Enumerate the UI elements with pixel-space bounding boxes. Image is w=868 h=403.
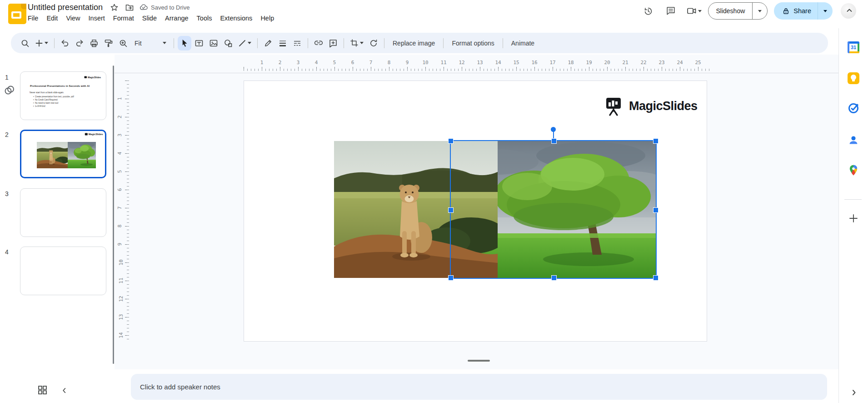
add-comment-button[interactable] bbox=[326, 36, 340, 50]
undo-button[interactable] bbox=[58, 36, 72, 50]
thumb1-title: Professional Presentations in Seconds wi… bbox=[30, 85, 98, 87]
star-icon[interactable] bbox=[108, 1, 120, 13]
insert-shape-button[interactable] bbox=[221, 36, 235, 50]
collapse-filmstrip-button[interactable] bbox=[58, 384, 70, 396]
history-clock-icon bbox=[643, 6, 653, 16]
google-maps-button[interactable] bbox=[844, 161, 863, 179]
share-button[interactable]: Share bbox=[774, 2, 818, 20]
format-options-button[interactable]: Format options bbox=[447, 36, 499, 50]
zoom-fit-value: Fit bbox=[135, 40, 142, 47]
reset-image-icon bbox=[369, 39, 378, 48]
get-add-ons-button[interactable] bbox=[844, 209, 863, 227]
toolbar-divider bbox=[344, 38, 344, 48]
resize-handle-sw[interactable] bbox=[449, 276, 453, 280]
menu-item-insert[interactable]: Insert bbox=[85, 13, 109, 23]
replace-image-button[interactable]: Replace image bbox=[388, 36, 439, 50]
google-keep-button[interactable] bbox=[844, 69, 863, 87]
toolbar: Fit bbox=[11, 33, 828, 53]
new-slide-button[interactable] bbox=[33, 36, 50, 50]
thumb1-bullet: No Credit Card Required bbox=[33, 99, 74, 101]
h-ruler-number: 13 bbox=[477, 60, 483, 65]
crop-image-button[interactable] bbox=[348, 36, 366, 50]
document-title[interactable]: Untitled presentation bbox=[26, 2, 105, 13]
rotation-handle[interactable] bbox=[551, 127, 556, 132]
slide-thumbnail-3[interactable] bbox=[20, 188, 106, 237]
share-options-button[interactable] bbox=[818, 2, 833, 20]
menu-item-extensions[interactable]: Extensions bbox=[216, 13, 256, 23]
resize-handle-s[interactable] bbox=[552, 276, 556, 280]
insert-line-button[interactable] bbox=[236, 36, 254, 50]
filmstrip-scrollbar[interactable] bbox=[113, 65, 114, 364]
slide-number-4: 4 bbox=[0, 248, 14, 256]
hide-side-panel-button[interactable] bbox=[848, 387, 860, 398]
zoom-button[interactable] bbox=[116, 36, 130, 50]
h-ruler-number: 24 bbox=[677, 60, 683, 65]
resize-handle-ne[interactable] bbox=[653, 139, 658, 143]
comment-icon bbox=[666, 6, 676, 16]
google-calendar-button[interactable]: 31 bbox=[844, 38, 863, 56]
notes-resize-handle[interactable] bbox=[468, 360, 490, 362]
resize-handle-n[interactable] bbox=[552, 139, 556, 143]
animate-button[interactable]: Animate bbox=[507, 36, 539, 50]
v-ruler-number: 7 bbox=[117, 207, 123, 210]
side-panel: 31 bbox=[839, 28, 868, 369]
grid-view-button[interactable] bbox=[35, 383, 49, 397]
speaker-notes-input[interactable]: Click to add speaker notes bbox=[131, 374, 827, 400]
h-ruler-number: 25 bbox=[695, 60, 701, 65]
comments-button[interactable] bbox=[662, 2, 680, 20]
google-tasks-button[interactable] bbox=[844, 99, 863, 117]
h-ruler-number: 14 bbox=[495, 60, 501, 65]
zoom-in-icon bbox=[119, 39, 128, 48]
border-dash-button[interactable] bbox=[290, 36, 304, 50]
h-ruler-number: 8 bbox=[388, 60, 391, 65]
v-ruler-number: 1 bbox=[117, 97, 123, 101]
resize-handle-nw[interactable] bbox=[449, 139, 453, 143]
resize-handle-w[interactable] bbox=[449, 208, 453, 212]
google-contacts-button[interactable] bbox=[844, 131, 863, 149]
slide-thumbnail-2[interactable]: MagicSlides bbox=[20, 130, 106, 178]
line-caret-icon bbox=[248, 42, 251, 44]
border-color-button[interactable] bbox=[261, 36, 275, 50]
v-ruler-number: 11 bbox=[118, 277, 124, 283]
thumb1-brand: MagicSlides bbox=[85, 76, 101, 79]
h-ruler-number: 19 bbox=[586, 60, 592, 65]
slideshow-options-button[interactable] bbox=[752, 3, 767, 19]
select-tool-button[interactable] bbox=[178, 36, 191, 50]
insert-link-button[interactable] bbox=[312, 36, 325, 50]
slide-thumbnail-4[interactable] bbox=[20, 247, 106, 295]
video-camera-icon bbox=[686, 5, 697, 16]
search-menus-button[interactable] bbox=[18, 36, 32, 50]
hide-menus-button[interactable] bbox=[843, 5, 855, 16]
resize-handle-e[interactable] bbox=[653, 208, 658, 212]
v-ruler-number: 13 bbox=[118, 314, 124, 320]
slideshow-button[interactable]: Slideshow bbox=[708, 3, 752, 19]
print-button[interactable] bbox=[87, 36, 101, 50]
save-status[interactable]: Saved to Drive bbox=[139, 3, 190, 12]
slide-thumbnail-1[interactable]: MagicSlides Professional Presentations i… bbox=[20, 71, 106, 120]
menubar: FileEditViewInsertFormatSlideArrangeTool… bbox=[24, 13, 278, 23]
move-to-folder-icon[interactable] bbox=[124, 1, 135, 13]
menu-item-tools[interactable]: Tools bbox=[193, 13, 216, 23]
image-selection-box[interactable] bbox=[450, 140, 657, 279]
paint-format-button[interactable] bbox=[102, 36, 115, 50]
share-caret-icon bbox=[823, 10, 827, 12]
version-history-button[interactable] bbox=[639, 2, 657, 20]
text-box-button[interactable] bbox=[192, 36, 206, 50]
zoom-fit-select[interactable]: Fit bbox=[131, 36, 170, 50]
border-weight-button[interactable] bbox=[276, 36, 289, 50]
menu-item-view[interactable]: View bbox=[62, 13, 84, 23]
slideshow-label: Slideshow bbox=[716, 7, 745, 15]
menu-item-slide[interactable]: Slide bbox=[138, 13, 161, 23]
pen-icon bbox=[264, 39, 273, 47]
redo-button[interactable] bbox=[73, 36, 86, 50]
magicslides-logo[interactable]: MagicSlides bbox=[604, 96, 698, 116]
menu-item-help[interactable]: Help bbox=[256, 13, 278, 23]
menu-item-file[interactable]: File bbox=[24, 13, 42, 23]
join-call-button[interactable] bbox=[684, 5, 703, 16]
menu-item-edit[interactable]: Edit bbox=[42, 13, 62, 23]
menu-item-arrange[interactable]: Arrange bbox=[161, 13, 193, 23]
insert-image-button[interactable] bbox=[207, 36, 220, 50]
menu-item-format[interactable]: Format bbox=[109, 13, 138, 23]
reset-image-button[interactable] bbox=[367, 36, 380, 50]
resize-handle-se[interactable] bbox=[653, 276, 658, 280]
